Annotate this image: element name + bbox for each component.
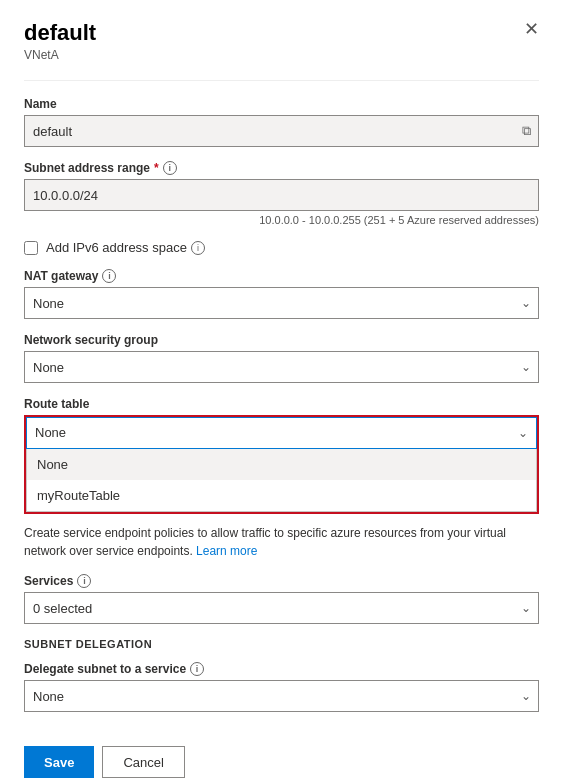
learn-more-link[interactable]: Learn more [196,544,257,558]
ipv6-checkbox-row: Add IPv6 address space i [24,240,539,255]
delegate-subnet-label: Delegate subnet to a service i [24,662,539,676]
name-input-wrapper: ⧉ [24,115,539,147]
address-hint: 10.0.0.0 - 10.0.0.255 (251 + 5 Azure res… [24,214,539,226]
services-info-icon[interactable]: i [77,574,91,588]
route-option-none[interactable]: None [27,449,536,480]
nat-info-icon[interactable]: i [102,269,116,283]
services-group: Services i 0 selected ⌄ [24,574,539,624]
panel-title-group: default VNetA [24,20,96,62]
nat-gateway-label: NAT gateway i [24,269,539,283]
save-button[interactable]: Save [24,746,94,778]
panel-title: default [24,20,96,46]
route-option-myroutetable[interactable]: myRouteTable [27,480,536,511]
route-table-dropdown-container: None ⌄ None myRouteTable [24,415,539,514]
route-table-chevron-icon[interactable]: ⌄ [510,426,536,440]
delegate-subnet-select[interactable]: None [24,680,539,712]
delegate-info-icon[interactable]: i [190,662,204,676]
cancel-button[interactable]: Cancel [102,746,184,778]
service-endpoint-text: Create service endpoint policies to allo… [24,524,539,560]
nat-gateway-select-wrapper: None ⌄ [24,287,539,319]
delegate-subnet-group: Delegate subnet to a service i None ⌄ [24,662,539,712]
required-star: * [154,161,159,175]
nsg-group: Network security group None ⌄ [24,333,539,383]
subnet-delegation-header: SUBNET DELEGATION [24,638,539,650]
route-table-select-row[interactable]: None ⌄ [26,417,537,449]
route-table-selected-value: None [27,417,510,449]
copy-icon[interactable]: ⧉ [522,123,531,139]
ipv6-label: Add IPv6 address space i [46,240,205,255]
name-input[interactable] [24,115,539,147]
subnet-address-range-label: Subnet address range * i [24,161,539,175]
route-table-label: Route table [24,397,539,411]
route-table-section: Route table None ⌄ None myRouteTable [24,397,539,514]
header-divider [24,80,539,81]
panel-header: default VNetA ✕ [24,20,539,62]
route-table-options: None myRouteTable [26,449,537,512]
services-select[interactable]: 0 selected [24,592,539,624]
ipv6-checkbox[interactable] [24,241,38,255]
subnet-address-range-group: Subnet address range * i 10.0.0.0 - 10.0… [24,161,539,226]
name-label: Name [24,97,539,111]
name-field-group: Name ⧉ [24,97,539,147]
services-label: Services i [24,574,539,588]
delegate-subnet-select-wrapper: None ⌄ [24,680,539,712]
services-select-wrapper: 0 selected ⌄ [24,592,539,624]
nat-gateway-group: NAT gateway i None ⌄ [24,269,539,319]
nsg-label: Network security group [24,333,539,347]
close-button[interactable]: ✕ [524,20,539,38]
subnet-info-icon[interactable]: i [163,161,177,175]
ipv6-info-icon[interactable]: i [191,241,205,255]
nsg-select-wrapper: None ⌄ [24,351,539,383]
footer-buttons: Save Cancel [24,726,539,778]
panel: default VNetA ✕ Name ⧉ Subnet address ra… [0,0,563,781]
nsg-select[interactable]: None [24,351,539,383]
panel-subtitle: VNetA [24,48,96,62]
subnet-address-input[interactable] [24,179,539,211]
nat-gateway-select[interactable]: None [24,287,539,319]
